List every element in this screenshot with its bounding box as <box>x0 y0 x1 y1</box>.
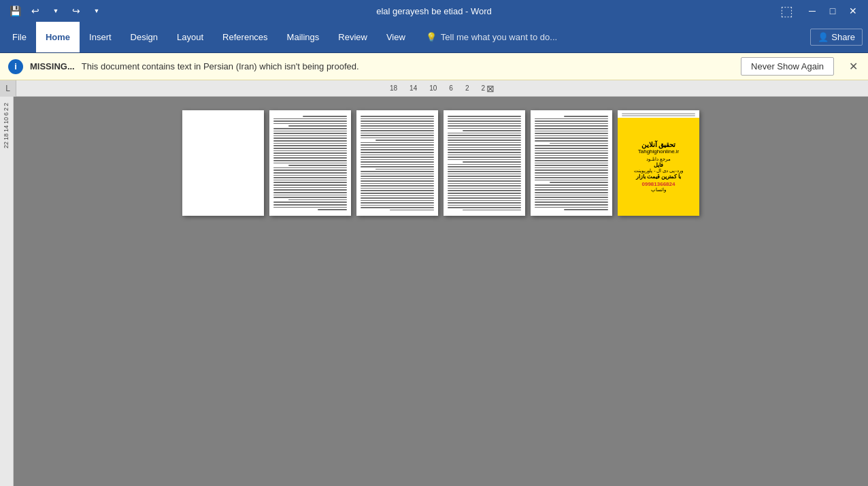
restore-button[interactable]: □ <box>823 1 842 20</box>
vruler-6: 6 <box>3 112 10 116</box>
ad-phone: 09981366824 <box>642 181 675 187</box>
ad-line2: فایل <box>654 162 663 168</box>
pages-row: تحقیق آنلاین Tahghighonline.ir مرجع دانل… <box>182 110 699 216</box>
person-icon: 👤 <box>818 32 829 42</box>
minimize-button[interactable]: ─ <box>803 1 822 20</box>
page-3[interactable] <box>356 110 438 216</box>
vruler-22: 22 <box>3 142 10 148</box>
document-title: elal gerayesh be etiad - Word <box>376 6 492 16</box>
tab-file[interactable]: File <box>3 22 36 52</box>
page-4[interactable] <box>444 110 525 216</box>
notification-close-button[interactable]: ✕ <box>846 60 860 74</box>
tab-review[interactable]: Review <box>329 22 377 52</box>
quick-access-toolbar: 💾 ↩ ▼ ↪ ▼ <box>5 1 106 20</box>
page-2-content <box>269 110 351 216</box>
page-1[interactable] <box>182 110 264 216</box>
lightbulb-icon: 💡 <box>426 32 437 42</box>
ad-prefix: واتساپ <box>651 187 666 193</box>
ad-content: تحقیق آنلاین Tahghighonline.ir مرجع دانل… <box>618 110 699 216</box>
page-4-content <box>444 110 525 216</box>
tab-insert[interactable]: Insert <box>80 22 121 52</box>
undo-dropdown-button[interactable]: ▼ <box>46 1 65 20</box>
ad-line1: مرجع دانلـود <box>646 157 671 162</box>
ruler-num-10: 10 <box>429 84 437 92</box>
ribbon-search: 💡 Tell me what you want to do... <box>426 32 557 42</box>
tab-mailings[interactable]: Mailings <box>278 22 329 52</box>
vertical-ruler: 2 2 6 10 14 18 22 <box>0 97 14 486</box>
page-5-content <box>531 110 612 216</box>
tab-home[interactable]: Home <box>36 22 80 52</box>
save-button[interactable]: 💾 <box>5 1 24 20</box>
tab-references[interactable]: References <box>213 22 277 52</box>
ad-yellow-block: تحقیق آنلاین Tahghighonline.ir مرجع دانل… <box>618 118 699 216</box>
page-6-ad[interactable]: تحقیق آنلاین Tahghighonline.ir مرجع دانل… <box>618 110 699 216</box>
page-3-content <box>356 110 438 216</box>
title-bar: 💾 ↩ ▼ ↪ ▼ elal gerayesh be etiad - Word … <box>0 0 868 22</box>
tab-design[interactable]: Design <box>121 22 167 52</box>
title-bar-left: 💾 ↩ ▼ ↪ ▼ <box>5 1 106 20</box>
vruler-2a: 2 <box>3 103 10 106</box>
ribbon: File Home Insert Design Layout Reference… <box>0 22 868 53</box>
document-canvas: تحقیق آنلاین Tahghighonline.ir مرجع دانل… <box>14 97 868 486</box>
vruler-14: 14 <box>3 125 10 132</box>
notification-bar: i MISSING... This document contains text… <box>0 53 868 80</box>
ad-line4: با کمترین قیمت بازار <box>636 174 682 180</box>
page-2[interactable] <box>269 110 351 216</box>
ad-title: تحقیق آنلاین <box>641 141 676 148</box>
ruler-num-2: 2 <box>465 84 469 92</box>
redo-button[interactable]: ↪ <box>67 1 86 20</box>
tab-view[interactable]: View <box>377 22 415 52</box>
ad-site: Tahghighonline.ir <box>638 148 680 155</box>
page-5[interactable] <box>531 110 612 216</box>
info-icon: i <box>8 59 23 74</box>
ruler-num-6: 6 <box>449 84 453 92</box>
missing-label: MISSING... <box>30 61 75 71</box>
search-placeholder-text[interactable]: Tell me what you want to do... <box>441 32 557 42</box>
ad-line3: ورد-پی دی ال - پاورپوینت <box>634 168 682 174</box>
never-show-again-button[interactable]: Never Show Again <box>741 57 834 76</box>
share-label: Share <box>831 32 855 42</box>
horizontal-ruler: L 18 14 10 6 2 2 ⊠ <box>0 80 868 97</box>
window-controls: ⬚ ─ □ ✕ <box>780 1 863 20</box>
ruler-num-2b: 2 ⊠ <box>481 83 495 94</box>
vruler-10: 10 <box>3 117 10 124</box>
ribbon-tabs: File Home Insert Design Layout Reference… <box>0 22 418 52</box>
ruler-num-18: 18 <box>390 84 397 92</box>
tab-layout[interactable]: Layout <box>167 22 213 52</box>
close-button[interactable]: ✕ <box>844 1 863 20</box>
ruler-num-14: 14 <box>410 84 417 92</box>
customize-button[interactable]: ▼ <box>87 1 106 20</box>
notification-text: This document contains text in Persian (… <box>82 61 359 71</box>
share-button[interactable]: 👤 Share <box>810 29 863 46</box>
tab-marker[interactable]: L <box>0 80 16 97</box>
document-area: 2 2 6 10 14 18 22 <box>0 97 868 486</box>
vruler-2b: 2 <box>3 108 10 111</box>
vruler-18: 18 <box>3 133 10 140</box>
undo-button[interactable]: ↩ <box>26 1 45 20</box>
